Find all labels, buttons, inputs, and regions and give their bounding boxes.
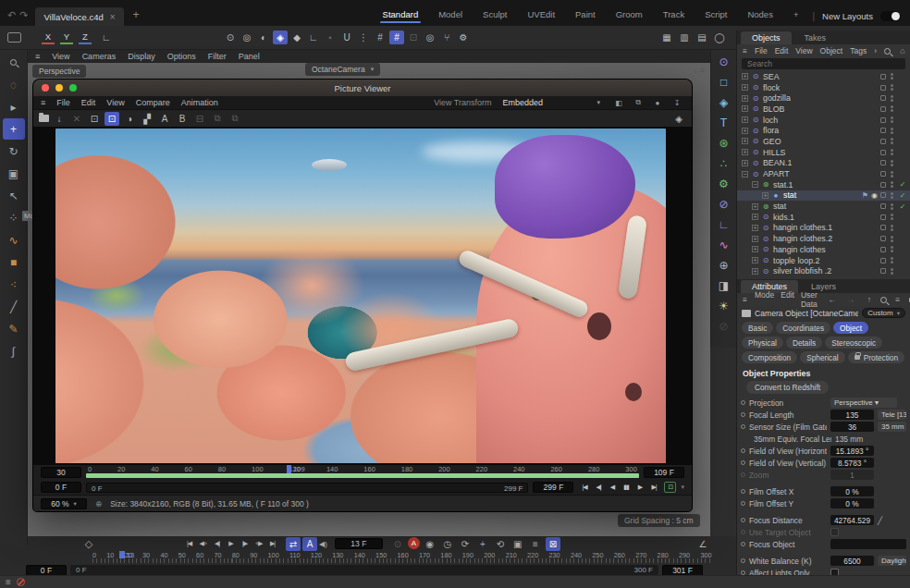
enabled-check-icon[interactable]: ✓ [898, 191, 907, 200]
animation-mode-icon[interactable]: ◆ [289, 31, 304, 44]
expander-icon[interactable]: + [742, 149, 748, 155]
menu-icon[interactable]: ≡ [743, 46, 747, 55]
goto-end-button[interactable]: ▶| [647, 482, 659, 493]
back-icon[interactable]: ← [825, 293, 840, 307]
split-view-icon[interactable]: ◧ [611, 96, 626, 110]
quantize-icon[interactable]: ⋮ [356, 31, 371, 44]
zoom-window-button[interactable] [69, 84, 77, 92]
scale-tool-icon[interactable]: ▣ [3, 163, 25, 184]
param-field[interactable]: 8.5783 ° [830, 458, 874, 468]
param-checkbox[interactable] [830, 528, 839, 536]
fullscreen-icon[interactable]: ● [650, 96, 665, 110]
add-document-button[interactable]: + [133, 8, 140, 21]
dock-icon[interactable]: ↧ [670, 96, 684, 110]
render-picture-viewer-icon[interactable]: ▥ [677, 31, 692, 44]
plugin-icon[interactable]: ◈ [671, 112, 686, 126]
tag-flag-icon[interactable]: ⚑ [862, 191, 868, 200]
enabled-check-icon[interactable]: ✓ [898, 202, 907, 211]
visibility-dots[interactable] [891, 160, 893, 166]
texture-mode-icon[interactable]: ◐ [256, 31, 271, 44]
visibility-dots[interactable] [891, 95, 893, 102]
pv-playhead[interactable] [287, 465, 291, 473]
expander-icon[interactable]: + [752, 246, 758, 252]
fill-pen-icon[interactable]: ■ [3, 251, 25, 273]
attribute-tab-stereoscopic[interactable]: Stereoscopic [825, 337, 882, 349]
object-row[interactable]: +⊙godzilla [737, 92, 910, 104]
visibility-dots[interactable] [891, 236, 893, 242]
layout-tab-script[interactable]: Script [695, 9, 737, 26]
param-field[interactable]: 15.1893 ° [830, 446, 874, 456]
layer-icon[interactable] [880, 247, 886, 252]
attribute-tab-coordinates[interactable]: Coordinates [776, 322, 830, 334]
current-frame-field[interactable]: 109 F [644, 467, 684, 478]
range-start-field[interactable]: 0 F [41, 482, 81, 493]
om-menu-object[interactable]: Object [820, 46, 843, 55]
add-generator-icon[interactable]: ⚙ [714, 175, 734, 193]
add-array-icon[interactable]: ∴ [714, 154, 734, 173]
render-frame-icon[interactable]: ⊡ [664, 482, 676, 493]
axis-workplane-icon[interactable]: ∟ [99, 31, 114, 44]
viewport-menu-view[interactable]: View [52, 52, 69, 61]
expander-icon[interactable]: + [742, 84, 748, 91]
attribute-tab-details[interactable]: Details [786, 337, 822, 349]
object-row[interactable]: +⊙loch [737, 115, 910, 126]
undo-icon[interactable]: ↶ [7, 9, 16, 21]
attribute-tab-spherical[interactable]: Spherical [800, 351, 845, 363]
object-row[interactable]: −⊙APART [737, 168, 910, 179]
prev-frame-button[interactable]: ◀ [606, 482, 618, 493]
axis-move-icon[interactable]: ↖ [3, 185, 25, 206]
param-field[interactable]: 42764.529 [830, 515, 874, 525]
pen-icon[interactable]: ✎ [3, 318, 25, 339]
keyframe-dot-icon[interactable] [741, 530, 745, 534]
pv-menu-edit[interactable]: Edit [81, 98, 96, 107]
pipette-icon[interactable]: ╱ [878, 516, 882, 525]
record-position-icon[interactable]: + [475, 537, 490, 551]
keyframe-dot-icon[interactable] [741, 460, 745, 465]
menu-icon[interactable]: ≡ [6, 577, 11, 587]
keyframe-dot-icon[interactable] [741, 558, 745, 563]
sound-icon[interactable]: ◀) [319, 540, 327, 548]
goto-start-button[interactable]: |◀ [578, 482, 590, 493]
find-icon[interactable] [3, 52, 25, 73]
record-scale-icon[interactable]: ⟲ [493, 537, 508, 551]
expander-icon[interactable]: − [742, 171, 748, 178]
param-field[interactable] [830, 539, 906, 549]
tool-settings-icon[interactable]: ⚙ [456, 31, 471, 44]
object-row[interactable]: +⊙kids.1 [737, 212, 910, 223]
object-row[interactable]: +⊙GEO [737, 136, 910, 147]
pv-menu-animation[interactable]: Animation [181, 98, 218, 107]
layout-tab-model[interactable]: Model [428, 9, 473, 26]
expander-icon[interactable]: + [752, 203, 758, 210]
add-floor-icon[interactable]: ∟ [714, 215, 734, 234]
keyframe-dot-icon[interactable] [741, 489, 745, 494]
next-frame-button[interactable]: |▶ [239, 538, 251, 549]
convert-to-redshift-button[interactable]: Convert to Redshift [746, 381, 829, 394]
object-row[interactable]: +⊛stat✓ [737, 201, 910, 212]
param-field[interactable]: 36 [830, 422, 874, 432]
object-row[interactable]: +⊙topple loop.2 [737, 255, 910, 266]
keyframe-selection-icon[interactable]: ⊙ [390, 537, 405, 551]
object-row[interactable]: +⊙hangin clothes.2 [737, 233, 910, 244]
viewport-menu-cameras[interactable]: Cameras [82, 52, 117, 61]
keyframe-dot-icon[interactable] [741, 400, 745, 405]
object-search-input[interactable]: Search [742, 58, 905, 69]
expander-icon[interactable]: + [742, 95, 748, 102]
layout-tab-uvedit[interactable]: UVEdit [517, 9, 565, 26]
layer-icon[interactable] [880, 139, 886, 144]
attribute-tab-physical[interactable]: Physical [742, 337, 783, 349]
visibility-dots[interactable] [891, 225, 893, 231]
axis-lock-z[interactable]: Z [79, 31, 92, 44]
layer-icon[interactable] [880, 128, 886, 133]
add-light-icon[interactable]: ☀ [714, 297, 734, 315]
compare-b-label[interactable]: B [175, 112, 190, 126]
expander-icon[interactable]: + [742, 116, 748, 123]
om-menu-file[interactable]: File [755, 46, 768, 55]
fcurve-editor-icon[interactable]: ∠ [695, 537, 710, 551]
expander-icon[interactable]: + [742, 160, 748, 166]
popout-icon[interactable]: ⧉ [631, 96, 646, 110]
expander-icon[interactable]: + [762, 192, 769, 199]
record-button[interactable]: ◉ [423, 537, 437, 551]
zoom-level-select[interactable]: 60 % ▾ [41, 498, 87, 509]
record-rotation-icon[interactable]: ⟳ [458, 537, 473, 551]
dynamic-guides-icon[interactable]: ⊡ [406, 31, 421, 44]
